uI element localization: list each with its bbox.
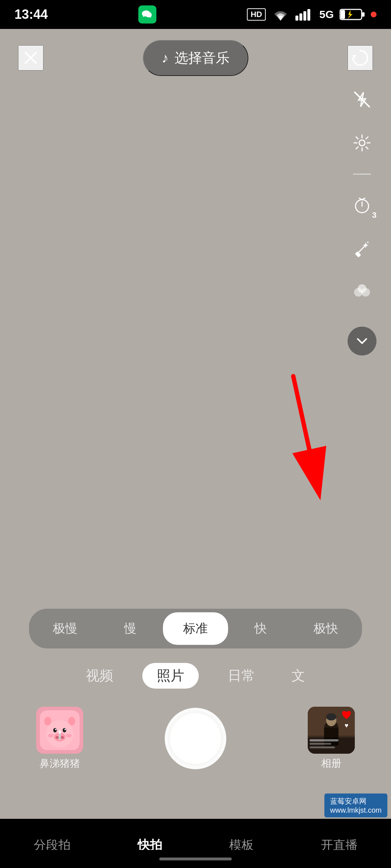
- svg-rect-46: [324, 728, 339, 746]
- dot-indicator: [371, 12, 377, 17]
- bottom-controls: 极慢 慢 标准 快 极快 视频 照片 日常: [0, 598, 391, 785]
- avatar-label: 鼻涕猪猪: [39, 757, 80, 770]
- svg-rect-2: [303, 11, 306, 21]
- svg-point-45: [326, 713, 336, 720]
- svg-point-36: [60, 736, 64, 739]
- settings-icon[interactable]: [349, 130, 375, 156]
- mode-selector: 视频 照片 日常 文: [0, 663, 391, 689]
- avatar-thumbnail[interactable]: [36, 707, 83, 754]
- album-container: ♥ 相册: [308, 707, 355, 770]
- svg-point-20: [358, 284, 366, 293]
- album-label: 相册: [321, 757, 341, 770]
- svg-rect-6: [341, 10, 345, 19]
- speed-item-standard[interactable]: 标准: [163, 612, 228, 645]
- shutter-button[interactable]: [165, 708, 226, 769]
- sidebar-divider: [353, 174, 371, 175]
- album-thumbnail[interactable]: ♥: [308, 707, 355, 754]
- mode-daily[interactable]: 日常: [220, 663, 262, 689]
- svg-point-32: [55, 729, 56, 730]
- signal-icon: [295, 8, 314, 21]
- svg-point-43: [324, 720, 339, 736]
- speed-item-jiman[interactable]: 极慢: [33, 612, 98, 645]
- svg-point-30: [53, 728, 57, 732]
- music-note-icon: ♪: [162, 50, 169, 66]
- svg-rect-40: [59, 730, 61, 734]
- svg-point-31: [63, 728, 66, 732]
- mode-video[interactable]: 视频: [79, 663, 121, 689]
- expand-button[interactable]: [348, 327, 377, 356]
- music-btn-label: 选择音乐: [175, 49, 230, 67]
- battery-icon: [340, 8, 365, 21]
- status-bar: 13:44 HD 5G: [0, 0, 391, 29]
- svg-rect-3: [307, 9, 310, 21]
- camera-controls-row: 鼻涕猪猪: [0, 692, 391, 785]
- svg-point-37: [48, 734, 54, 737]
- avatar-container: 鼻涕猪猪: [36, 707, 83, 770]
- svg-point-33: [64, 729, 66, 730]
- mode-text[interactable]: 文: [284, 663, 312, 689]
- flash-icon[interactable]: [349, 87, 375, 112]
- svg-rect-0: [295, 16, 298, 21]
- refresh-button[interactable]: [348, 45, 373, 71]
- svg-rect-47: [308, 737, 355, 754]
- svg-rect-49: [310, 743, 331, 745]
- home-indicator: [0, 850, 391, 868]
- status-time: 13:44: [14, 7, 48, 22]
- mode-photo[interactable]: 照片: [142, 663, 199, 689]
- speed-item-man[interactable]: 慢: [98, 612, 163, 645]
- svg-rect-48: [310, 739, 339, 741]
- svg-rect-50: [310, 746, 335, 748]
- home-bar: [159, 858, 232, 860]
- speed-item-jifast[interactable]: 极快: [293, 612, 358, 645]
- wifi-icon: [272, 8, 290, 21]
- hd-badge: HD: [247, 8, 266, 21]
- like-badge: ♥: [341, 710, 352, 729]
- timer-number: 3: [372, 210, 377, 220]
- svg-line-15: [362, 198, 365, 200]
- close-button[interactable]: [18, 45, 43, 71]
- svg-rect-17: [355, 251, 361, 258]
- top-controls: ♪ 选择音乐: [0, 29, 391, 87]
- effects-icon[interactable]: [349, 280, 375, 305]
- watermark: 蓝莓安卓网www.lmkjst.com: [324, 793, 387, 817]
- status-right: HD 5G: [247, 8, 377, 21]
- speed-item-fast[interactable]: 快: [228, 612, 293, 645]
- svg-rect-1: [299, 13, 302, 21]
- svg-point-35: [55, 736, 59, 739]
- music-button[interactable]: ♪ 选择音乐: [143, 40, 248, 76]
- right-sidebar: 3: [348, 87, 377, 356]
- shutter-inner: [170, 713, 221, 764]
- svg-point-38: [66, 734, 72, 737]
- red-arrow: [272, 369, 344, 515]
- wechat-icon: [138, 5, 156, 24]
- svg-point-44: [326, 715, 336, 726]
- svg-rect-5: [362, 12, 365, 17]
- timer-icon[interactable]: 3: [349, 193, 375, 218]
- album-image: ♥: [308, 707, 355, 754]
- camera-area: ♪ 选择音乐: [0, 29, 391, 868]
- svg-point-11: [359, 140, 365, 146]
- svg-line-22: [293, 376, 319, 492]
- speed-selector: 极慢 慢 标准 快 极快: [29, 609, 362, 648]
- signal-5g: 5G: [319, 8, 334, 21]
- beauty-icon[interactable]: [349, 236, 375, 261]
